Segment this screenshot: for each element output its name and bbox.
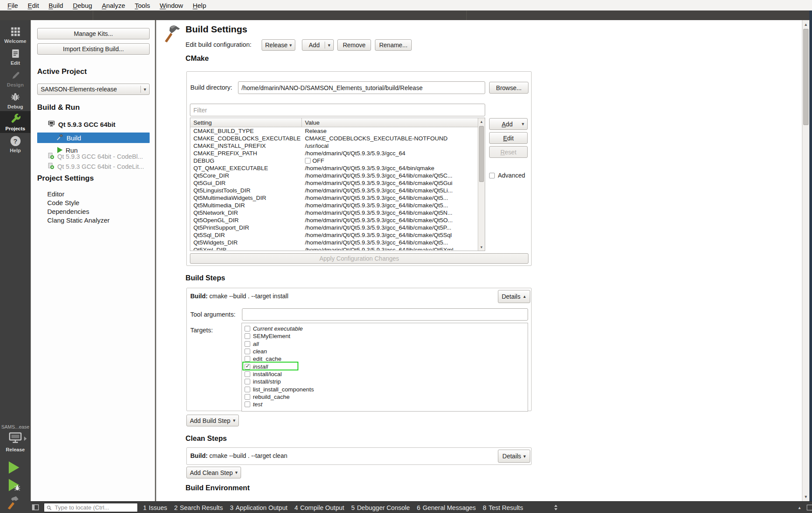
target-install[interactable]: install <box>242 363 528 370</box>
menu-item-file[interactable]: File <box>3 1 23 10</box>
table-row[interactable]: Qt5Core_DIR/home/dmarin/Qt/Qt5.9.3/5.9.3… <box>190 172 485 179</box>
kit-row[interactable]: Qt 5.9.3 GCC 64bit <box>48 120 116 129</box>
build-directory-input[interactable] <box>238 81 485 94</box>
menu-item-tools[interactable]: Tools <box>130 1 155 10</box>
debug-run-button[interactable] <box>9 479 19 491</box>
settings-item-code-style[interactable]: Code Style <box>47 199 110 207</box>
target-current-executable[interactable]: Current executable <box>242 325 528 332</box>
config-select[interactable]: Release ▾ <box>262 39 295 51</box>
tree-item-inactive-kit-0[interactable]: Qt 5.9.3 GCC 64bit - CodeBl... <box>48 153 143 161</box>
import-existing-build-button[interactable]: Import Existing Build... <box>37 43 150 55</box>
scroll-down-icon[interactable]: ▼ <box>478 244 485 250</box>
menu-item-analyze[interactable]: Analyze <box>97 1 130 10</box>
add-clean-step-button[interactable]: Add Clean Step ▾ <box>186 467 241 478</box>
menu-item-edit[interactable]: Edit <box>23 1 44 10</box>
settings-item-clang-static-analyzer[interactable]: Clang Static Analyzer <box>47 216 110 225</box>
pane-debugger-console[interactable]: 5Debugger Console <box>351 504 410 511</box>
menu-item-help[interactable]: Help <box>188 1 211 10</box>
mode-help[interactable]: ?Help <box>0 133 31 155</box>
menu-item-build[interactable]: Build <box>44 1 68 10</box>
pane-search-results[interactable]: 2Search Results <box>174 504 223 511</box>
target-checkbox[interactable] <box>245 387 250 392</box>
table-scrollbar[interactable]: ▲ ▼ <box>478 118 485 251</box>
table-row[interactable]: Qt5Multimedia_DIR/home/dmarin/Qt/Qt5.9.3… <box>190 202 485 209</box>
pane-compile-output[interactable]: 4Compile Output <box>294 504 344 511</box>
mode-projects[interactable]: Projects <box>0 111 31 133</box>
table-row[interactable]: Qt5OpenGL_DIR/home/dmarin/Qt/Qt5.9.3/5.9… <box>190 216 485 224</box>
maximize-pane-icon[interactable]: ▲ <box>798 506 802 510</box>
cmake-edit-button[interactable]: Edit <box>489 132 528 144</box>
run-button[interactable] <box>9 461 19 474</box>
close-pane-icon[interactable] <box>807 505 812 510</box>
table-row[interactable]: DEBUGOFF <box>190 157 485 164</box>
target-checkbox[interactable] <box>245 401 250 407</box>
scroll-up-icon[interactable]: ▲ <box>802 21 809 28</box>
apply-configuration-button[interactable]: Apply Configuration Changes <box>190 253 528 264</box>
target-checkbox[interactable] <box>245 379 250 384</box>
tool-arguments-input[interactable] <box>242 308 528 321</box>
table-row[interactable]: CMAKE_BUILD_TYPERelease <box>190 127 485 135</box>
menu-item-window[interactable]: Window <box>155 1 188 10</box>
target-checkbox[interactable] <box>245 394 250 400</box>
mode-debug[interactable]: Debug <box>0 89 31 111</box>
table-row[interactable]: CMAKE_CODEBLOCKS_EXECUTABLECMAKE_CODEBLO… <box>190 135 485 142</box>
settings-item-editor[interactable]: Editor <box>47 190 110 199</box>
column-value[interactable]: Value <box>302 119 485 126</box>
mode-welcome[interactable]: Welcome <box>0 24 31 45</box>
target-checkbox[interactable] <box>245 356 250 362</box>
target-install-local[interactable]: install/local <box>242 370 528 378</box>
table-row[interactable]: Qt5LinguistTools_DIR/home/dmarin/Qt/Qt5.… <box>190 187 485 194</box>
add-build-step-button[interactable]: Add Build Step ▾ <box>186 415 239 426</box>
scroll-thumb[interactable] <box>803 29 808 125</box>
table-row[interactable]: Qt5MultimediaWidgets_DIR/home/dmarin/Qt/… <box>190 194 485 202</box>
target-checkbox[interactable] <box>245 364 250 370</box>
table-row[interactable]: QT_QMAKE_EXECUTABLE/home/dmarin/Qt/Qt5.9… <box>190 164 485 172</box>
active-project-select[interactable]: SAMSON-Elements-release ▾ <box>37 84 150 95</box>
target-checkbox[interactable] <box>245 333 250 339</box>
target-all[interactable]: all <box>242 340 528 348</box>
config-remove-button[interactable]: Remove <box>337 39 371 51</box>
main-scrollbar[interactable]: ▲ ▼ <box>802 20 809 501</box>
target-checkbox[interactable] <box>245 371 250 377</box>
mode-edit[interactable]: Edit <box>0 45 31 67</box>
target-checkbox[interactable] <box>245 349 250 354</box>
toggle-sidebar-icon[interactable] <box>32 504 39 513</box>
table-row[interactable]: CMAKE_INSTALL_PREFIX/usr/local <box>190 142 485 150</box>
pane-test-results[interactable]: 8Test Results <box>483 504 523 511</box>
cmake-add-button[interactable]: Add ▾ <box>489 118 528 130</box>
target-semyelement[interactable]: SEMyElement <box>242 332 528 340</box>
target-checkbox[interactable] <box>245 341 250 347</box>
config-rename-button[interactable]: Rename... <box>375 39 412 51</box>
value-checkbox[interactable] <box>305 158 311 164</box>
target-checkbox[interactable] <box>245 326 250 332</box>
tree-item-build[interactable]: Build <box>37 133 150 143</box>
locator-input[interactable] <box>44 503 138 512</box>
table-row[interactable]: CMAKE_PREFIX_PATH/home/dmarin/Qt/Qt5.9.3… <box>190 150 485 157</box>
tree-item-inactive-kit-1[interactable]: Qt 5.9.3 GCC 64bit - CodeLit... <box>48 163 144 171</box>
build-step-details-button[interactable]: Details ▲ <box>498 290 530 303</box>
target-rebuild-cache[interactable]: rebuild_cache <box>242 393 528 401</box>
table-row[interactable]: Qt5Gui_DIR/home/dmarin/Qt/Qt5.9.3/5.9.3/… <box>190 179 485 187</box>
table-row[interactable]: Qt5Widgets_DIR/home/dmarin/Qt/Qt5.9.3/5.… <box>190 239 485 246</box>
scroll-up-icon[interactable]: ▲ <box>478 119 485 125</box>
build-button[interactable] <box>6 495 21 512</box>
target-clean[interactable]: clean <box>242 348 528 355</box>
advanced-checkbox-row[interactable]: Advanced <box>489 172 525 179</box>
settings-item-dependencies[interactable]: Dependencies <box>47 207 110 216</box>
pane-general-messages[interactable]: 6General Messages <box>417 504 476 511</box>
target-edit-cache[interactable]: edit_cache <box>242 355 528 363</box>
table-row[interactable]: Qt5PrintSupport_DIR/home/dmarin/Qt/Qt5.9… <box>190 224 485 231</box>
cmake-reset-button[interactable]: Reset <box>489 146 528 158</box>
pane-issues[interactable]: 1Issues <box>143 504 167 511</box>
browse-button[interactable]: Browse... <box>489 82 528 94</box>
kit-selector-button[interactable] <box>0 432 31 445</box>
advanced-checkbox[interactable] <box>489 173 495 178</box>
pane-application-output[interactable]: 3Application Output <box>230 504 287 511</box>
scroll-down-icon[interactable]: ▼ <box>802 493 809 500</box>
column-setting[interactable]: Setting <box>190 118 302 127</box>
pane-selector-icon[interactable] <box>554 504 558 513</box>
table-row[interactable]: Qt5Network_DIR/home/dmarin/Qt/Qt5.9.3/5.… <box>190 209 485 216</box>
config-add-button[interactable]: Add ▾ <box>302 39 334 51</box>
mode-design[interactable]: Design <box>0 67 31 89</box>
clean-step-details-button[interactable]: Details ▾ <box>498 450 530 463</box>
